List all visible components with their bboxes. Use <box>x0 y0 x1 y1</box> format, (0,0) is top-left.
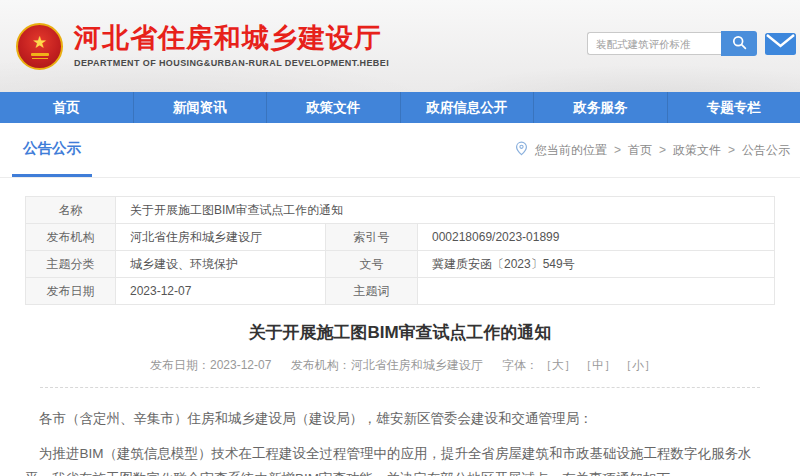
search-box <box>587 31 757 56</box>
article-title: 关于开展施工图BIM审查试点工作的通知 <box>25 321 775 344</box>
breadcrumb-home[interactable]: 首页 <box>628 142 652 159</box>
location-pin-icon <box>515 141 528 159</box>
section-bar: 公告公示 您当前的位置 > 首页 > 政策文件 > 公告公示 <box>0 123 800 178</box>
breadcrumb-separator: > <box>728 143 735 157</box>
emblem-star-icon: ★ <box>32 34 47 51</box>
info-value-keywords <box>418 278 775 305</box>
article-body: 各市（含定州、辛集市）住房和城乡建设局（建设局），雄安新区管委会建设和交通管理局… <box>25 406 775 476</box>
publisher: 发布机构：河北省住房和城乡建设厅 <box>291 358 483 372</box>
paragraph-intro: 为推进BIM（建筑信息模型）技术在工程建设全过程管理中的应用，提升全省房屋建筑和… <box>25 441 775 476</box>
publish-date: 发布日期：2023-12-07 <box>150 358 271 372</box>
national-emblem-logo: ★ <box>16 23 63 70</box>
nav-item-policy[interactable]: 政策文件 <box>267 92 401 123</box>
site-title: 河北省住房和城乡建设厅 <box>74 24 389 54</box>
table-row: 发布日期 2023-12-07 主题词 <box>26 278 775 305</box>
breadcrumb-prefix: 您当前的位置 <box>535 142 607 159</box>
article-content: 名称 关于开展施工图BIM审查试点工作的通知 发布机构 河北省住房和城乡建设厅 … <box>0 178 800 476</box>
main-navigation: 首页 新闻资讯 政策文件 政府信息公开 政务服务 专题专栏 <box>0 92 800 123</box>
dashed-divider <box>40 387 760 388</box>
info-label-name: 名称 <box>26 197 116 224</box>
info-value-publisher: 河北省住房和城乡建设厅 <box>116 224 326 251</box>
table-row: 主题分类 城乡建设、环境保护 文号 冀建质安函〔2023〕549号 <box>26 251 775 278</box>
emblem-gate-icon <box>31 53 49 56</box>
nav-item-news[interactable]: 新闻资讯 <box>134 92 268 123</box>
mail-button[interactable] <box>765 33 796 55</box>
mail-icon <box>765 41 796 58</box>
breadcrumb: 您当前的位置 > 首页 > 政策文件 > 公告公示 <box>515 141 800 159</box>
search-icon <box>732 35 747 53</box>
info-label-publisher: 发布机构 <box>26 224 116 251</box>
search-input[interactable] <box>587 32 721 55</box>
info-label-date: 发布日期 <box>26 278 116 305</box>
info-value-doc-number: 冀建质安函〔2023〕549号 <box>418 251 775 278</box>
breadcrumb-separator: > <box>614 143 621 157</box>
site-title-block: 河北省住房和城乡建设厅 DEPARTMENT OF HOUSING&URBAN-… <box>74 24 389 68</box>
nav-item-special[interactable]: 专题专栏 <box>668 92 800 123</box>
info-label-keywords: 主题词 <box>326 278 418 305</box>
breadcrumb-separator: > <box>659 143 666 157</box>
font-size-label: 字体： <box>502 358 538 372</box>
site-subtitle: DEPARTMENT OF HOUSING&URBAN-RURAL DEVELO… <box>74 58 389 68</box>
nav-item-gov-info[interactable]: 政府信息公开 <box>401 92 535 123</box>
breadcrumb-announcements[interactable]: 公告公示 <box>742 142 790 159</box>
info-label-index: 索引号 <box>326 224 418 251</box>
info-value-date: 2023-12-07 <box>116 278 326 305</box>
nav-item-services[interactable]: 政务服务 <box>534 92 668 123</box>
font-size-medium[interactable]: ［中］ <box>580 358 616 372</box>
info-value-name: 关于开展施工图BIM审查试点工作的通知 <box>116 197 775 224</box>
document-info-table: 名称 关于开展施工图BIM审查试点工作的通知 发布机构 河北省住房和城乡建设厅 … <box>25 196 775 305</box>
font-size-small[interactable]: ［小］ <box>620 358 656 372</box>
font-size-large[interactable]: ［大］ <box>540 358 576 372</box>
article-meta: 发布日期：2023-12-07 发布机构：河北省住房和城乡建设厅 字体：［大］［… <box>25 357 775 374</box>
search-button[interactable] <box>721 31 757 56</box>
table-row: 名称 关于开展施工图BIM审查试点工作的通知 <box>26 197 775 224</box>
tab-announcements[interactable]: 公告公示 <box>12 123 92 177</box>
info-value-index: 000218069/2023-01899 <box>418 224 775 251</box>
site-header: ★ 河北省住房和城乡建设厅 DEPARTMENT OF HOUSING&URBA… <box>0 0 800 92</box>
breadcrumb-policy[interactable]: 政策文件 <box>673 142 721 159</box>
nav-item-home[interactable]: 首页 <box>0 92 134 123</box>
info-label-doc-number: 文号 <box>326 251 418 278</box>
table-row: 发布机构 河北省住房和城乡建设厅 索引号 000218069/2023-0189… <box>26 224 775 251</box>
info-value-category: 城乡建设、环境保护 <box>116 251 326 278</box>
info-label-category: 主题分类 <box>26 251 116 278</box>
paragraph-addressees: 各市（含定州、辛集市）住房和城乡建设局（建设局），雄安新区管委会建设和交通管理局… <box>25 406 775 432</box>
